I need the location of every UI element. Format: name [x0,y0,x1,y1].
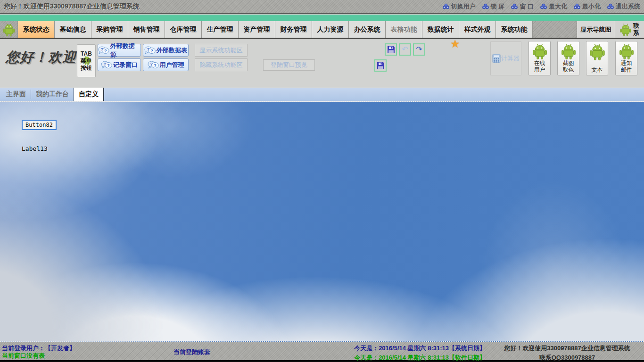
binoculars-icon [443,3,449,9]
ribbon-tab-warehouse[interactable]: 仓库管理 [165,21,202,38]
save-button[interactable] [385,43,397,56]
maximize-label: 最大化 [549,2,567,11]
android-robot-icon [531,43,548,60]
external-datatable-label: 外部数据表 [157,46,187,55]
calculator-label: 计算器 [501,54,520,63]
exit-system-button[interactable]: 退出系统 [607,2,640,11]
status-welcome-text: 您好！欢迎使用3300978887企业信息管理系统 [504,345,630,352]
titlebar-actions: 切换用户 锁 屏 窗 口 最大化 最小化 退出系统 [443,2,644,11]
binoculars-icon [511,3,518,9]
android-robot-icon [2,23,16,37]
ribbon-tab-sales[interactable]: 销售管理 [128,21,165,38]
svg-text:?: ? [150,48,153,53]
online-users-button[interactable]: 在线用户 [528,41,551,75]
account-status: 当前登陆账套 [173,348,210,356]
ribbon-tab-basic-info[interactable]: 基础信息 [55,21,91,38]
lock-screen-button[interactable]: 锁 屏 [482,2,505,11]
redo-arrow-icon: ↷ [416,46,422,53]
android-robot-icon [589,43,606,61]
contact-label: 联系 [633,23,640,37]
ribbon-tab-purchasing[interactable]: 采购管理 [91,21,128,38]
binoculars-icon [540,3,547,9]
window-label: 窗 口 [520,2,534,11]
user-management-label: 用户管理 [160,61,184,69]
ribbon-tab-style[interactable]: 样式外观 [459,21,496,38]
show-navigation-button[interactable]: 显示导航图 [577,21,615,38]
binoculars-icon [574,3,580,9]
ribbon-tab-production[interactable]: 生产管理 [202,21,239,38]
external-datatable-button[interactable]: ?? 外部数据表 [143,44,189,57]
ribbon-tab-system-status[interactable]: 系统状态 [18,21,55,38]
ribbon-tab-office[interactable]: 办公系统 [349,21,386,38]
page-tab-main[interactable]: 主界面 [1,88,31,101]
ribbon-tab-finance[interactable]: 财务管理 [275,21,312,38]
custom-page-canvas: Button82 Label13 [0,101,644,342]
notify-mail-label: 通知邮件 [619,60,634,73]
star-icon: ★ [450,38,460,50]
minimize-button[interactable]: 最小化 [574,2,601,11]
floppy-save-icon [387,46,395,54]
title-bar: 您好！欢迎使用3300978887企业信息管理系统 切换用户 锁 屏 窗 口 最… [0,0,644,14]
window-button[interactable]: 窗 口 [511,2,534,11]
ribbon-tab-assets[interactable]: 资产管理 [239,21,275,38]
floppy-save-icon [377,62,385,70]
software-date-status: 今天是：2016/5/14 星期六 8:31:13【软件日期】 [330,354,486,362]
contact-qq-text: 联系QQ3300978887 [491,354,643,362]
question-bubbles-icon: ?? [144,46,156,55]
window-table-status: 当前窗口没有表 [2,352,45,360]
hide-ribbon-button-disabled: 隐藏系统功能区 [195,58,248,71]
external-datasource-button[interactable]: ?? 外部数据源 [98,44,141,57]
ribbon-gap [533,21,577,38]
tab-menu-line1: TAB [81,50,92,58]
binoculars-icon [607,3,614,9]
button82[interactable]: Button82 [22,120,57,130]
tab-menu-button[interactable]: TAB 菜单 按钮 [77,44,96,77]
text-label: 文本 [590,66,604,73]
login-window-preview-button-disabled: 登陆窗口预览 [263,59,315,71]
screenshot-colorpick-label: 截图取色 [561,60,576,73]
question-bubbles-icon: ?? [148,61,159,69]
android-robot-icon [618,43,635,60]
page-tab-workbench[interactable]: 我的工作台 [31,88,74,101]
app-title: 您好！欢迎使用3300978887企业信息管理系统 [0,2,140,11]
page-tab-bar: 主界面 我的工作台 自定义 [0,88,644,101]
save-button-secondary[interactable] [374,59,387,72]
label13: Label13 [22,145,48,152]
question-bubbles-icon: ?? [101,61,112,69]
record-window-button[interactable]: ?? 记录窗口 [98,58,141,71]
ribbon-tab-hr[interactable]: 人力资源 [312,21,349,38]
ribbon-tab-bar: 系统状态 基础信息 采购管理 销售管理 仓库管理 生产管理 资产管理 财务管理 … [0,21,644,39]
undo-button[interactable]: ↶ [399,43,411,56]
accent-strip [0,15,644,21]
app-logo [0,21,18,38]
text-button[interactable]: 文本 [586,41,608,75]
screenshot-colorpick-button[interactable]: 截图取色 [557,41,579,75]
calculator-icon [492,54,501,63]
contact-button[interactable]: 联系 [615,21,644,38]
ribbon-tab-table-functions[interactable]: 表格功能 [386,21,422,38]
android-robot-icon [560,43,577,60]
ribbon-tab-system-functions[interactable]: 系统功能 [496,21,533,38]
ribbon-tab-statistics[interactable]: 数据统计 [422,21,459,38]
maximize-button[interactable]: 最大化 [540,2,567,11]
exit-system-label: 退出系统 [616,2,640,11]
status-bar: 当前登录用户：【开发者】 当前窗口没有表 当前登陆账套 今天是：2016/5/1… [0,342,644,362]
switch-user-button[interactable]: 切换用户 [443,2,476,11]
lock-screen-label: 锁 屏 [491,2,505,11]
toolbar: 您好！欢迎 TAB 菜单 按钮 ?? 外部数据源 ?? 外部数据表 ?? 记录窗… [0,40,644,87]
notify-mail-button[interactable]: 通知邮件 [615,41,637,75]
android-robot-icon [619,23,632,36]
welcome-text: 您好！欢迎 [6,48,76,67]
calculator-button-disabled: 计算器 [490,41,521,75]
user-management-button[interactable]: ?? 用户管理 [143,58,189,71]
external-datasource-label: 外部数据源 [110,42,140,59]
switch-user-label: 切换用户 [451,2,476,11]
page-tab-custom[interactable]: 自定义 [74,88,104,101]
redo-button[interactable]: ↷ [413,43,425,56]
svg-text:?: ? [107,63,110,67]
binoculars-icon [482,3,489,9]
tab-menu-line2: 菜单 [81,58,92,65]
record-window-label: 记录窗口 [113,61,138,69]
show-ribbon-button-disabled: 显示系统功能区 [195,44,248,57]
question-bubbles-icon: ?? [98,46,109,55]
